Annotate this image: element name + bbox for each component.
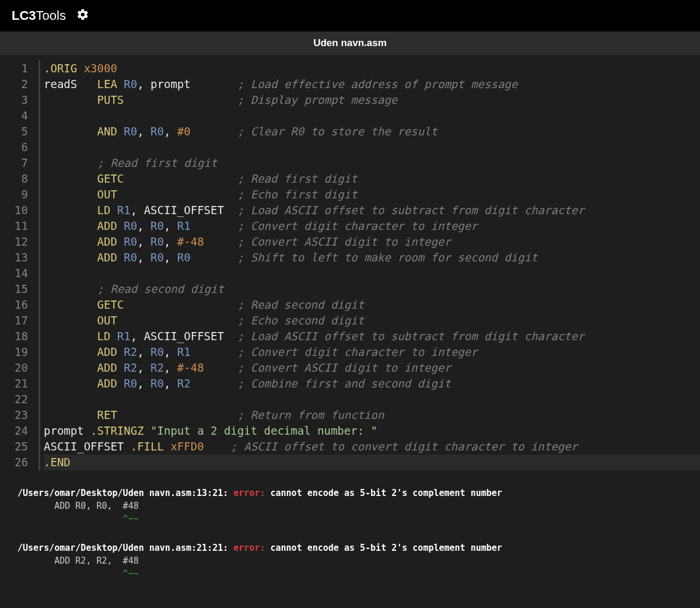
- code-line[interactable]: readS LEA R0, prompt ; Load effective ad…: [44, 76, 700, 92]
- code-token: ,: [164, 125, 177, 138]
- code-line[interactable]: ADD R0, R0, R2 ; Combine first and secon…: [44, 376, 700, 392]
- line-number: 14: [10, 265, 28, 281]
- code-token: #-48: [177, 361, 204, 374]
- code-token: #-48: [177, 235, 204, 248]
- code-token: [44, 219, 97, 232]
- code-token: ; Load ASCII offset to subtract from dig…: [237, 204, 584, 216]
- error-path: /Users/omar/Desktop/Uden navn.asm:13:21:: [18, 488, 233, 498]
- line-number: 22: [10, 392, 28, 407]
- code-line[interactable]: PUTS ; Display prompt message: [44, 92, 700, 108]
- code-line[interactable]: GETC ; Read first digit: [44, 171, 700, 187]
- code-token: R0: [150, 377, 164, 390]
- line-number: 15: [10, 281, 28, 297]
- code-token: R1: [177, 219, 191, 232]
- editor[interactable]: 1234567891011121314151617181920212223242…: [0, 55, 700, 470]
- code-token: ,: [137, 377, 150, 390]
- code-token: [191, 125, 237, 138]
- code-token: ; Display prompt message: [237, 93, 398, 106]
- code-line[interactable]: ; Read first digit: [44, 155, 700, 171]
- code-token: [117, 408, 237, 421]
- code-line[interactable]: LD R1, ASCII_OFFSET ; Load ASCII offset …: [44, 329, 700, 344]
- code-token: [84, 424, 90, 437]
- code-token: GETC: [97, 298, 124, 311]
- code-token: ASCII_OFFSET: [44, 440, 124, 453]
- code-token: ,: [137, 78, 150, 90]
- code-token: ADD: [97, 235, 117, 248]
- code-line[interactable]: ADD R2, R0, R1 ; Convert digit character…: [44, 344, 700, 360]
- code-token: [44, 204, 97, 216]
- error-message: cannot encode as 5-bit 2's complement nu…: [270, 488, 502, 498]
- line-number: 18: [10, 329, 28, 344]
- line-number: 16: [10, 297, 28, 313]
- tab-bar: Uden navn.asm: [0, 32, 700, 55]
- code-token: ; Combine first and second digit: [237, 377, 451, 390]
- code-token: OUT: [97, 314, 117, 327]
- code-line[interactable]: [44, 265, 700, 281]
- code-line[interactable]: ADD R0, R0, #-48 ; Convert ASCII digit t…: [44, 234, 700, 250]
- code-line[interactable]: prompt .STRINGZ "Input a 2 digit decimal…: [44, 423, 700, 439]
- code-token: ADD: [97, 251, 117, 264]
- code-token: R2: [150, 361, 164, 374]
- line-number: 8: [10, 171, 28, 187]
- code-token: ,: [164, 361, 177, 374]
- code-area[interactable]: .ORIG x3000readS LEA R0, prompt ; Load e…: [38, 61, 700, 470]
- code-token: GETC: [97, 172, 124, 185]
- code-token: [144, 424, 150, 437]
- code-token: [224, 330, 237, 343]
- error-caret: ^~~: [18, 512, 695, 525]
- code-line[interactable]: ; Read second digit: [44, 281, 700, 297]
- code-line[interactable]: OUT ; Echo first digit: [44, 187, 700, 202]
- code-token: prompt: [150, 78, 191, 90]
- code-token: [117, 361, 124, 374]
- code-token: [44, 156, 97, 169]
- output-console[interactable]: /Users/omar/Desktop/Uden navn.asm:13:21:…: [0, 470, 700, 608]
- code-line[interactable]: .ORIG x3000: [44, 61, 700, 76]
- code-line[interactable]: ASCII_OFFSET .FILL xFFD0 ; ASCII offset …: [44, 439, 700, 455]
- active-tab[interactable]: Uden navn.asm: [313, 37, 387, 49]
- code-line[interactable]: RET ; Return from function: [44, 407, 700, 423]
- code-token: [44, 361, 97, 374]
- code-token: [117, 125, 124, 138]
- code-token: ; Convert digit character to integer: [237, 219, 478, 232]
- line-number: 7: [10, 155, 28, 171]
- error-code-line: ADD R2, R2, #48: [18, 554, 695, 567]
- line-number: 23: [10, 407, 28, 423]
- code-token: ,: [164, 251, 177, 264]
- line-number: 21: [10, 376, 28, 392]
- gear-icon[interactable]: [76, 8, 89, 23]
- code-line[interactable]: ADD R0, R0, R1 ; Convert digit character…: [44, 218, 700, 234]
- code-token: RET: [97, 408, 117, 421]
- line-number: 17: [10, 313, 28, 329]
- code-token: [124, 440, 130, 453]
- code-line[interactable]: OUT ; Echo second digit: [44, 313, 700, 329]
- code-line[interactable]: .END: [44, 455, 700, 470]
- code-token: [44, 235, 97, 248]
- code-token: ADD: [97, 345, 117, 358]
- line-number: 12: [10, 234, 28, 250]
- line-number: 13: [10, 250, 28, 265]
- code-token: ADD: [97, 377, 117, 390]
- line-number: 6: [10, 139, 28, 155]
- code-line[interactable]: LD R1, ASCII_OFFSET ; Load ASCII offset …: [44, 202, 700, 218]
- error-block: /Users/omar/Desktop/Uden navn.asm:21:21:…: [18, 541, 695, 580]
- code-token: ,: [131, 330, 144, 343]
- app-title-rest: Tools: [36, 8, 66, 23]
- code-token: [44, 377, 97, 390]
- error-header: /Users/omar/Desktop/Uden navn.asm:13:21:…: [18, 487, 695, 499]
- code-token: R0: [150, 251, 164, 264]
- code-line[interactable]: ADD R2, R2, #-48 ; Convert ASCII digit t…: [44, 360, 700, 376]
- code-line[interactable]: AND R0, R0, #0 ; Clear R0 to store the r…: [44, 124, 700, 139]
- code-token: [204, 440, 231, 453]
- code-token: .STRINGZ: [90, 424, 144, 437]
- code-line[interactable]: [44, 108, 700, 124]
- code-line[interactable]: ADD R0, R0, R0 ; Shift to left to make r…: [44, 250, 700, 265]
- code-token: [110, 204, 117, 216]
- code-token: .ORIG: [44, 62, 77, 75]
- code-token: R0: [124, 78, 137, 90]
- code-line[interactable]: [44, 392, 700, 407]
- code-token: [117, 314, 237, 327]
- code-token: [191, 78, 237, 90]
- code-line[interactable]: GETC ; Read second digit: [44, 297, 700, 313]
- code-token: [44, 330, 97, 343]
- code-line[interactable]: [44, 139, 700, 155]
